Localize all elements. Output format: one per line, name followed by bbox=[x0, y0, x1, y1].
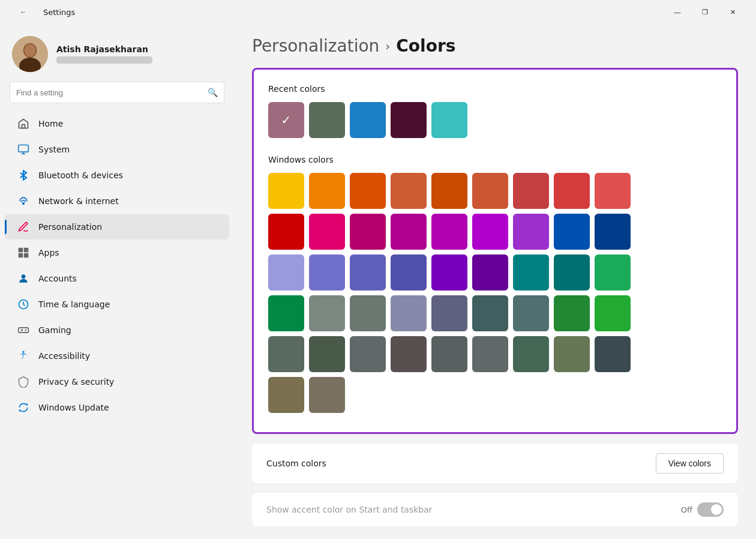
windows-color-swatch[interactable] bbox=[431, 173, 467, 209]
windows-color-swatch[interactable] bbox=[309, 214, 345, 250]
toggle-switch[interactable] bbox=[697, 502, 724, 517]
windows-color-swatch[interactable] bbox=[268, 377, 304, 413]
windows-color-swatch[interactable] bbox=[309, 336, 345, 372]
titlebar-left: ← Settings bbox=[10, 2, 75, 22]
windows-color-swatch[interactable] bbox=[472, 173, 508, 209]
sidebar-item-system[interactable]: System bbox=[5, 137, 229, 162]
windows-color-swatch[interactable] bbox=[268, 214, 304, 250]
windows-color-swatch[interactable] bbox=[472, 214, 508, 250]
close-button[interactable]: ✕ bbox=[719, 2, 746, 22]
back-button[interactable]: ← bbox=[10, 2, 37, 22]
windows-color-swatch[interactable] bbox=[513, 336, 549, 372]
breadcrumb-parent: Personalization bbox=[252, 36, 379, 56]
svg-rect-8 bbox=[24, 248, 29, 253]
search-input[interactable] bbox=[16, 88, 203, 97]
windows-color-swatch[interactable] bbox=[350, 173, 386, 209]
titlebar: ← Settings — ❐ ✕ bbox=[0, 0, 756, 24]
sidebar-item-privacy[interactable]: Privacy & security bbox=[5, 369, 229, 394]
custom-colors-row: Custom colors View colors bbox=[252, 444, 738, 483]
time-label: Time & language bbox=[38, 300, 217, 309]
network-icon bbox=[17, 194, 30, 208]
recent-color-swatch[interactable] bbox=[431, 102, 467, 138]
sidebar-item-accessibility[interactable]: Accessibility bbox=[5, 343, 229, 369]
view-colors-button[interactable]: View colors bbox=[656, 453, 724, 474]
windows-color-swatch[interactable] bbox=[309, 377, 345, 413]
sidebar-item-bluetooth[interactable]: Bluetooth & devices bbox=[5, 163, 229, 188]
windows-color-swatch[interactable] bbox=[309, 254, 345, 291]
app-body: Atish Rajasekharan 🔍 HomeSystemBluetooth… bbox=[0, 24, 756, 539]
windows-color-swatch[interactable] bbox=[554, 173, 590, 209]
windows-color-swatch[interactable] bbox=[472, 336, 508, 372]
system-icon bbox=[17, 143, 30, 156]
sidebar-item-accounts[interactable]: Accounts bbox=[5, 266, 229, 291]
windows-color-swatch[interactable] bbox=[513, 254, 549, 291]
windows-color-swatch[interactable] bbox=[554, 295, 590, 331]
windows-color-row bbox=[268, 336, 722, 372]
windows-color-swatch[interactable] bbox=[268, 173, 304, 209]
windows-color-swatch[interactable] bbox=[431, 254, 467, 291]
windows-color-swatch[interactable] bbox=[595, 336, 631, 372]
accessibility-label: Accessibility bbox=[38, 351, 217, 361]
windows-color-swatch[interactable] bbox=[268, 295, 304, 331]
windows-color-swatch[interactable] bbox=[513, 295, 549, 331]
recent-color-swatch[interactable] bbox=[268, 102, 304, 138]
windows-color-swatch[interactable] bbox=[350, 214, 386, 250]
breadcrumb: Personalization › Colors bbox=[252, 36, 738, 56]
windows-color-swatch[interactable] bbox=[268, 254, 304, 291]
windows-color-swatch[interactable] bbox=[472, 254, 508, 291]
recent-color-swatch[interactable] bbox=[391, 102, 427, 138]
sidebar-item-time[interactable]: Time & language bbox=[5, 292, 229, 317]
windows-color-row bbox=[268, 295, 722, 331]
privacy-icon bbox=[17, 375, 30, 388]
sidebar-item-apps[interactable]: Apps bbox=[5, 240, 229, 265]
windows-colors-label: Windows colors bbox=[268, 155, 722, 164]
windows-color-swatch[interactable] bbox=[268, 336, 304, 372]
custom-colors-label: Custom colors bbox=[266, 459, 326, 468]
sidebar-item-gaming[interactable]: Gaming bbox=[5, 318, 229, 343]
windows-color-swatch[interactable] bbox=[391, 254, 427, 291]
breadcrumb-current: Colors bbox=[396, 36, 455, 56]
maximize-button[interactable]: ❐ bbox=[691, 2, 719, 22]
windows-color-swatch[interactable] bbox=[431, 336, 467, 372]
windows-color-swatch[interactable] bbox=[309, 295, 345, 331]
windows-color-swatch[interactable] bbox=[350, 254, 386, 291]
nav-list: HomeSystemBluetooth & devicesNetwork & i… bbox=[0, 110, 234, 421]
windows-color-swatch[interactable] bbox=[391, 214, 427, 250]
windows-color-swatch[interactable] bbox=[595, 173, 631, 209]
windows-color-swatch[interactable] bbox=[595, 295, 631, 331]
windows-color-swatch[interactable] bbox=[431, 214, 467, 250]
user-section: Atish Rajasekharan bbox=[0, 24, 234, 82]
windows-color-swatch[interactable] bbox=[391, 336, 427, 372]
windows-color-swatch[interactable] bbox=[391, 295, 427, 331]
user-name: Atish Rajasekharan bbox=[56, 44, 152, 54]
svg-point-6 bbox=[23, 203, 25, 205]
windows-update-icon bbox=[17, 401, 30, 414]
windows-color-swatch[interactable] bbox=[431, 295, 467, 331]
accounts-icon bbox=[17, 272, 30, 285]
windows-color-swatch[interactable] bbox=[513, 173, 549, 209]
windows-color-row bbox=[268, 173, 722, 209]
recent-color-swatch[interactable] bbox=[309, 102, 345, 138]
sidebar-item-windows-update[interactable]: Windows Update bbox=[5, 395, 229, 420]
windows-color-swatch[interactable] bbox=[513, 214, 549, 250]
sidebar-item-network[interactable]: Network & internet bbox=[5, 188, 229, 214]
windows-color-swatch[interactable] bbox=[554, 214, 590, 250]
windows-color-swatch[interactable] bbox=[472, 295, 508, 331]
windows-color-swatch[interactable] bbox=[554, 336, 590, 372]
windows-color-swatch[interactable] bbox=[309, 173, 345, 209]
windows-color-swatch[interactable] bbox=[595, 214, 631, 250]
windows-color-swatch[interactable] bbox=[391, 173, 427, 209]
svg-point-3 bbox=[24, 44, 36, 57]
minimize-button[interactable]: — bbox=[664, 2, 691, 22]
sidebar-item-personalization[interactable]: Personalization bbox=[5, 214, 229, 239]
bluetooth-label: Bluetooth & devices bbox=[38, 170, 217, 180]
windows-color-swatch[interactable] bbox=[554, 254, 590, 291]
search-box: 🔍 bbox=[10, 82, 224, 103]
sidebar-item-home[interactable]: Home bbox=[5, 111, 229, 136]
windows-color-row bbox=[268, 377, 722, 413]
windows-color-swatch[interactable] bbox=[595, 254, 631, 291]
windows-color-swatch[interactable] bbox=[350, 336, 386, 372]
bluetooth-icon bbox=[17, 169, 30, 182]
windows-color-swatch[interactable] bbox=[350, 295, 386, 331]
recent-color-swatch[interactable] bbox=[350, 102, 386, 138]
